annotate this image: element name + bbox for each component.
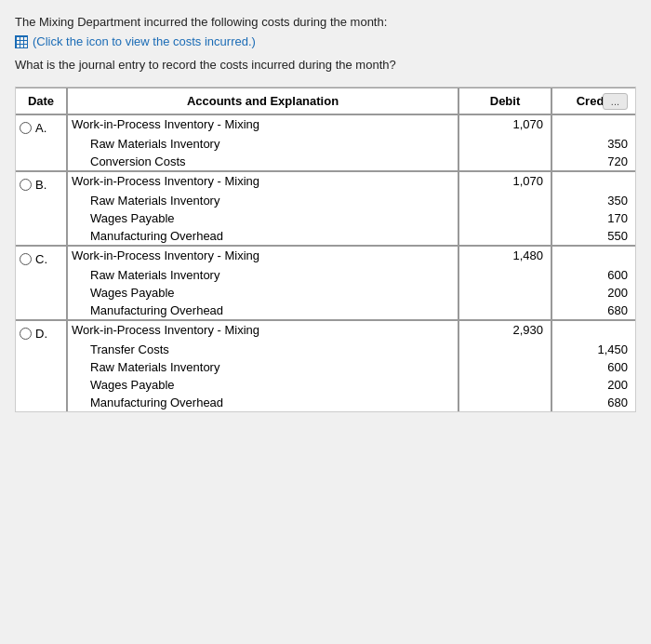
account-name: Raw Materials Inventory	[72, 266, 219, 284]
table-row: Wages Payable170	[16, 209, 635, 227]
more-button[interactable]: ...	[603, 93, 628, 110]
option-label-C[interactable]: C.	[20, 250, 66, 266]
account-name: Wages Payable	[72, 376, 175, 394]
credit-value: 1,450	[551, 341, 635, 358]
table-row: Wages Payable200	[16, 284, 635, 302]
credit-value	[551, 246, 635, 266]
credit-value: 550	[551, 227, 635, 246]
account-name: Raw Materials Inventory	[72, 358, 219, 376]
debit-value: 1,070	[458, 171, 551, 192]
debit-value	[458, 266, 551, 284]
debit-value	[458, 153, 551, 171]
click-icon-link[interactable]: (Click the icon to view the costs incurr…	[15, 34, 636, 48]
account-name: Work-in-Process Inventory - Mixing	[72, 172, 259, 190]
col-header-accounts: Accounts and Explanation	[67, 88, 458, 115]
account-name: Work-in-Process Inventory - Mixing	[72, 321, 259, 339]
credit-value: 600	[551, 358, 635, 376]
table-row: Raw Materials Inventory600	[16, 358, 635, 376]
option-letter-D: D.	[35, 327, 47, 341]
credit-value: 200	[551, 376, 635, 394]
col-header-debit: Debit	[458, 88, 551, 115]
credit-value: 200	[551, 284, 635, 302]
account-name: Transfer Costs	[72, 341, 169, 358]
table-row: A.Work-in-Process Inventory - Mixing1,07…	[16, 114, 635, 135]
table-row: Raw Materials Inventory350	[16, 192, 635, 209]
table-row: Manufacturing Overhead680	[16, 394, 635, 411]
radio-button-C[interactable]	[20, 253, 32, 265]
debit-value	[458, 394, 551, 411]
journal-entry-table-container: ... Date Accounts and Explanation Debit …	[15, 87, 636, 412]
intro-line1: The Mixing Department incurred the follo…	[15, 15, 636, 29]
account-name: Manufacturing Overhead	[72, 227, 223, 245]
debit-value: 1,480	[458, 246, 551, 266]
option-letter-A: A.	[35, 121, 46, 135]
debit-value	[458, 209, 551, 227]
credit-value: 680	[551, 302, 635, 320]
table-row: B.Work-in-Process Inventory - Mixing1,07…	[16, 171, 635, 192]
credit-value: 600	[551, 266, 635, 284]
credit-value	[551, 320, 635, 341]
journal-entry-table: Date Accounts and Explanation Debit Cred…	[16, 87, 635, 411]
radio-button-A[interactable]	[20, 122, 32, 134]
debit-value	[458, 376, 551, 394]
account-name: Wages Payable	[72, 209, 175, 227]
debit-value	[458, 302, 551, 320]
table-row: Wages Payable200	[16, 376, 635, 394]
credit-value	[551, 171, 635, 192]
account-name: Raw Materials Inventory	[72, 192, 219, 209]
credit-value: 720	[551, 153, 635, 171]
debit-value: 1,070	[458, 114, 551, 135]
debit-value	[458, 135, 551, 153]
table-row: Manufacturing Overhead550	[16, 227, 635, 246]
table-row: D.Work-in-Process Inventory - Mixing2,93…	[16, 320, 635, 341]
col-header-date: Date	[16, 88, 67, 115]
click-link-text[interactable]: (Click the icon to view the costs incurr…	[33, 34, 256, 48]
account-name: Work-in-Process Inventory - Mixing	[72, 247, 259, 264]
table-row: Manufacturing Overhead680	[16, 302, 635, 320]
credit-value: 170	[551, 209, 635, 227]
credit-value: 350	[551, 135, 635, 153]
credit-value	[551, 114, 635, 135]
table-row: Raw Materials Inventory350	[16, 135, 635, 153]
credit-value: 680	[551, 394, 635, 411]
option-letter-C: C.	[35, 252, 47, 266]
debit-value	[458, 284, 551, 302]
radio-button-D[interactable]	[20, 328, 32, 340]
account-name: Work-in-Process Inventory - Mixing	[72, 115, 259, 133]
account-name: Raw Materials Inventory	[72, 135, 219, 153]
option-label-D[interactable]: D.	[20, 325, 66, 341]
account-name: Conversion Costs	[72, 153, 186, 170]
table-row: Raw Materials Inventory600	[16, 266, 635, 284]
debit-value	[458, 341, 551, 358]
table-row: C.Work-in-Process Inventory - Mixing1,48…	[16, 246, 635, 266]
account-name: Manufacturing Overhead	[72, 302, 223, 319]
question-text: What is the journal entry to record the …	[15, 58, 636, 72]
account-name: Wages Payable	[72, 284, 175, 302]
debit-value	[458, 192, 551, 209]
account-name: Manufacturing Overhead	[72, 394, 223, 411]
debit-value	[458, 358, 551, 376]
option-label-A[interactable]: A.	[20, 119, 66, 135]
debit-value	[458, 227, 551, 246]
debit-value: 2,930	[458, 320, 551, 341]
credit-value: 350	[551, 192, 635, 209]
table-row: Conversion Costs720	[16, 153, 635, 171]
option-letter-B: B.	[35, 178, 46, 192]
grid-icon	[15, 35, 28, 48]
option-label-B[interactable]: B.	[20, 176, 66, 192]
radio-button-B[interactable]	[20, 179, 32, 191]
table-row: Transfer Costs1,450	[16, 341, 635, 358]
